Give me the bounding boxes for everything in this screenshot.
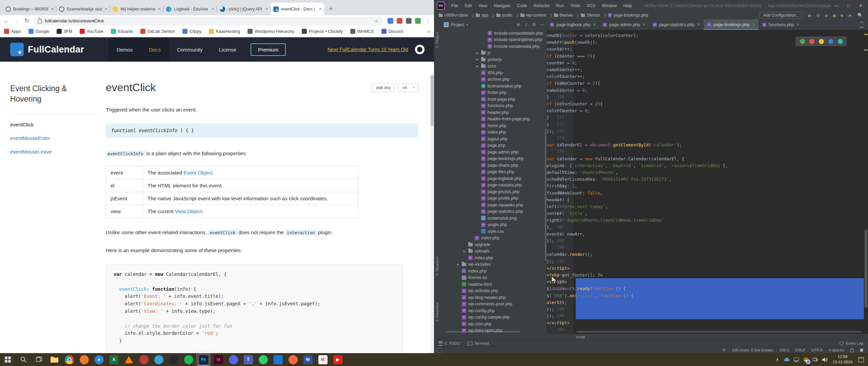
network-icon[interactable] [812,358,818,362]
preview-browser-icon-4[interactable] [828,39,833,44]
tree-item[interactable]: Ppage-charts.php [481,162,518,169]
sidebar-link-eventMouseEnter[interactable]: eventMouseEnter [10,135,95,141]
extension-icon-4[interactable] [415,18,421,24]
breadcrumb-item[interactable]: Ppage-bookings.php [608,13,648,18]
tree-expand-icon[interactable]: ▶ [463,250,466,253]
bookmark-apps-grid[interactable]: Apps [4,29,21,34]
tree-item[interactable]: Pindex.php [475,235,499,242]
bookmark-globe[interactable]: Wordpress Hierarchy [248,29,294,34]
github-icon[interactable] [415,45,425,54]
search-everywhere-icon[interactable]: 🔍 [857,13,863,18]
tree-item[interactable]: Pwp-activate.php [462,288,498,294]
extension-icon-3[interactable] [406,18,412,24]
close-button[interactable]: ✕ [859,3,863,8]
bookmark-discord[interactable]: Discord [381,29,403,34]
tree-item[interactable]: Ppage-files.php [481,169,514,176]
taskbar-teams-icon[interactable]: T [241,353,256,366]
tree-item[interactable]: screenshot.png [481,215,516,222]
nav-item-license[interactable]: License [211,37,245,62]
bookmark-clippy[interactable]: Clippy [182,29,201,34]
tree-item[interactable]: Pheader-front-page.php [481,116,530,123]
preview-browser-icon-3[interactable] [819,39,824,44]
taskbar-edge-icon[interactable]: e [92,353,106,366]
menu-refactor[interactable]: Refactor [531,3,553,8]
tree-item[interactable]: readme.html [462,281,492,288]
breadcrumb-item[interactable]: public❯ [496,13,519,18]
tree-item[interactable]: Pinclude-socialmedia.php [488,43,539,50]
tree-item[interactable]: Ppage-logbook.php [481,175,521,182]
taskbar-spotify-icon[interactable] [181,353,196,366]
tab-close-icon[interactable]: ✕ [752,22,755,27]
taskbar-github-icon[interactable] [166,353,181,366]
tree-item[interactable]: upgrade [468,241,490,248]
profiler-icon[interactable]: ◉ [832,13,836,18]
bookmark-globe[interactable]: WHMCS [350,29,374,34]
preview-browser-icon-2[interactable] [809,39,814,44]
bookmarks-overflow-icon[interactable]: » [427,29,430,34]
tree-item[interactable]: Pheader.php [481,109,509,116]
tree-item[interactable]: Pwp-comments-post.php [462,301,512,308]
run-icon[interactable]: ▶ [808,13,812,18]
display-settings-icon[interactable] [793,358,800,362]
taskbar-whatsapp-icon[interactable] [256,353,271,366]
browser-tab[interactable]: eventClick - Docs | F× [271,3,324,15]
nav-item-community[interactable]: Community [169,37,211,62]
hide-panel-icon[interactable]: — [540,22,545,27]
tree-item[interactable]: Pfront-page.php [481,96,515,103]
terminal-toolwindow-button[interactable]: ›Terminal [468,341,489,345]
nav-item-demos[interactable]: Demos [108,37,141,62]
premium-button[interactable]: Premium [251,43,286,56]
tree-item[interactable]: Ppage-statistics.php [481,208,523,215]
browser-tab[interactable]: Wij helpen ondernem× [110,3,163,15]
locate-file-icon[interactable]: ⊕ [517,22,520,27]
tree-item[interactable]: Ppage-photos.php [481,188,519,195]
todo-toolwindow-button[interactable]: 6: TODO [439,341,460,346]
new-tab-button[interactable]: + [326,4,336,14]
taskbar-photoshop-icon[interactable]: Ps [196,353,211,366]
edit-doc-button[interactable]: edit doc [372,83,395,92]
tree-item[interactable]: Psingle.php [481,222,507,228]
toolwindow-toggle-icon[interactable] [437,348,441,352]
taskbar-file-explorer-icon[interactable] [47,353,62,366]
tree-item[interactable]: Ppage-profile.php [481,195,518,202]
tree-item[interactable]: license.txt [462,274,487,281]
taskbar-internet-icon[interactable] [151,353,166,366]
fullcalendar-logo[interactable]: FullCalendar [10,43,84,56]
tree-item[interactable]: Pwp-cron.php [462,321,492,327]
tab-close-icon[interactable]: × [104,6,107,12]
preview-browser-icon-1[interactable] [800,39,805,44]
panel-settings-icon[interactable]: ⚙ [532,22,536,27]
browser-tab[interactable]: Examenboekje stude× [56,3,110,15]
tab-close-icon[interactable]: × [319,6,321,12]
extension-icon-1[interactable] [388,18,393,24]
tab-close-icon[interactable]: × [51,6,54,12]
tree-scrollbar[interactable] [545,129,546,261]
tree-item[interactable]: Ppage-admin.php [481,149,518,156]
browser-tab[interactable]: .click() | jQuery API D× [217,3,271,15]
tool-structure-label[interactable]: 7: Structure [435,257,439,276]
tree-expand-icon[interactable]: ▶ [476,52,479,55]
breadcrumb-item[interactable]: themes❯ [554,13,579,18]
debug-icon[interactable]: ⚙ [816,13,820,18]
menu-vcs[interactable]: VCS [584,3,598,8]
tree-item[interactable]: Pwp-links-opml.php [462,327,502,334]
breadcrumb-item[interactable]: n939sr-clone❯ [439,13,474,18]
tree-item[interactable]: Pindex.php [462,268,487,274]
taskbar-app-red-icon[interactable] [136,353,151,366]
doc-link[interactable]: View Object [175,208,202,214]
inspections-icon[interactable] [860,348,863,352]
tab-close-icon[interactable]: × [265,6,268,12]
tree-item[interactable]: ▶wp-includes [457,261,491,268]
tree-item[interactable]: Ppage-navdata.php [481,182,522,189]
tree-item[interactable]: Ppage.php [481,142,505,149]
tree-item[interactable]: Pindex.php [481,129,506,136]
bookmark-dark-disc[interactable]: 3FM [57,29,72,34]
project-panel-header[interactable]: Project ▾ ⊕ ⇳ ⚙ — [442,19,547,30]
taskbar-youtube-icon[interactable]: ▶ [330,353,345,366]
tree-item[interactable]: Pwp-blog-header.php [462,294,506,301]
tree-item[interactable]: Cbs4navwalker.php [481,83,521,89]
tree-item[interactable]: Ppage-bookings.php [481,156,524,162]
file-encoding[interactable]: UTF-8 [811,348,823,352]
menu-navigate[interactable]: Navigate [491,3,514,8]
extension-icon-2[interactable] [397,18,402,24]
